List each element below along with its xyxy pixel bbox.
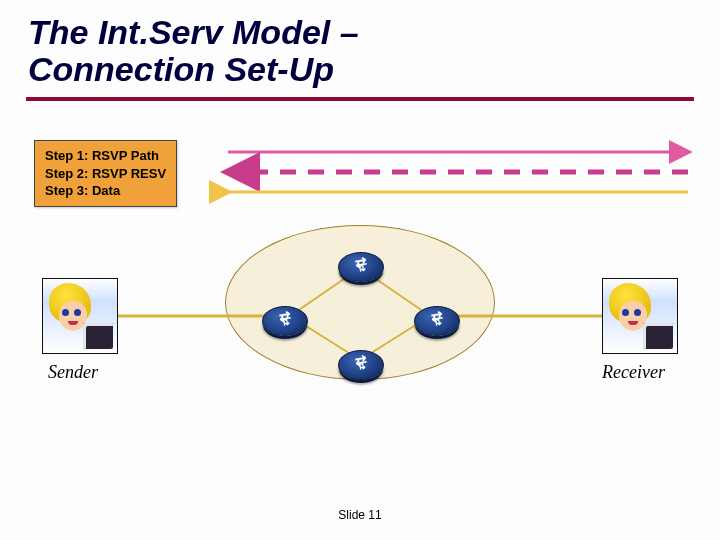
receiver-illustration [602,278,678,354]
legend-steps-box: Step 1: RSVP Path Step 2: RSVP RESV Step… [34,140,177,207]
legend-step-3: Step 3: Data [45,182,166,200]
slide-number: Slide 11 [0,508,720,522]
legend-step-2: Step 2: RSVP RESV [45,165,166,183]
title-underline [26,97,694,101]
receiver-label: Receiver [602,362,665,383]
legend-step-1: Step 1: RSVP Path [45,147,166,165]
sender-label: Sender [48,362,98,383]
sender-illustration [42,278,118,354]
slide-title-line2: Connection Set-Up [28,51,720,88]
slide-title-block: The Int.Serv Model – Connection Set-Up [0,0,720,89]
slide-title-line1: The Int.Serv Model – [28,14,720,51]
network-cloud [225,225,495,380]
